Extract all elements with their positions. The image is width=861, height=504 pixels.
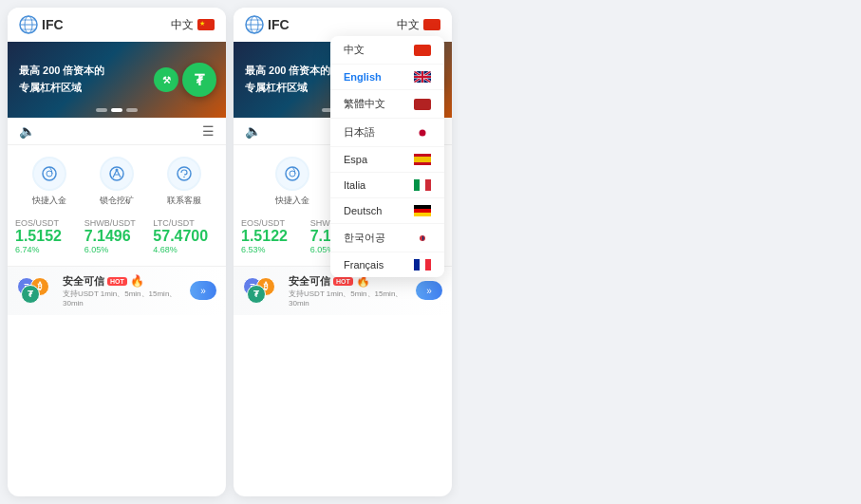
svg-point-6 [47,171,52,177]
left-flame-icon: 🔥 [130,274,144,288]
left-lang-button[interactable]: 中文 [171,17,215,33]
svg-rect-43 [420,259,425,271]
right-bottom-sub: 支持USDT 1min、5min、15min、30min [289,289,410,308]
right-logo-text: IFC [268,17,290,32]
left-hot-badge: HOT [107,277,127,286]
left-crypto-icons: Ξ ₿ ₮ [17,277,57,304]
svg-point-10 [184,177,186,178]
svg-point-17 [290,171,295,177]
lang-option-jp[interactable]: 日本語 [330,119,444,147]
flag-it [414,179,431,191]
left-logo-text: IFC [42,17,64,32]
left-deposit-icon-wrap [32,157,66,191]
right-volume-icon[interactable]: 🔈 [245,123,261,139]
svg-point-9 [178,167,191,180]
dot-2 [111,108,122,112]
lang-option-de[interactable]: Deutsch [330,198,444,224]
left-deposit-label: 快捷入金 [32,195,66,207]
left-lang-label: 中文 [171,17,194,33]
svg-rect-42 [414,259,420,271]
globe-icon [19,15,38,34]
left-action-support[interactable]: 联系客服 [167,157,201,207]
language-dropdown[interactable]: 中文 English 繁體中文 [330,36,444,277]
right-lang-flag [423,19,440,30]
svg-point-5 [43,167,56,180]
left-ticker-shwb: SHWB/USDT 7.1496 6.05% [84,218,150,254]
flag-kr [414,233,431,244]
left-menu-icon[interactable]: ☰ [202,123,215,139]
flag-hk [414,99,431,110]
dot-3 [126,108,138,112]
left-bottom-title: 安全可信 HOT 🔥 [63,274,184,289]
left-ticker-grid: EOS/USDT 1.5152 6.74% SHWB/USDT 7.1496 6… [15,218,218,258]
left-volume-icon[interactable]: 🔈 [19,123,35,139]
left-phone-panel: IFC 中文 最高 200 倍资本的 专属杠杆区域 ⚒ ₮ 🔈 ☰ [8,8,226,496]
left-banner-text: 最高 200 倍资本的 专属杠杆区域 [19,63,104,96]
left-support-icon-wrap [167,157,201,191]
right-lang-label: 中文 [397,17,420,33]
left-bottom-sub: 支持USDT 1min、5min、15min、30min [63,289,184,308]
right-crypto-icons: Ξ ₿ ₮ [243,277,283,304]
lang-option-tw[interactable]: 繁體中文 [330,90,444,119]
svg-rect-28 [414,76,431,78]
right-deposit-icon [284,165,301,182]
lang-option-en[interactable]: English [330,65,444,90]
lang-option-kr[interactable]: 한국어공 [330,224,444,252]
right-ticker-eos: EOS/USDT 1.5122 6.53% [241,218,307,254]
left-banner-dots [96,108,138,112]
left-coin-tether: ₮ [182,63,216,97]
left-mining-icon-wrap [100,157,134,191]
svg-rect-34 [414,179,420,191]
mining-icon [108,165,125,182]
right-bottom-text: 安全可信 HOT 🔥 支持USDT 1min、5min、15min、30min [289,274,410,308]
right-deposit-label: 快捷入金 [275,195,309,207]
left-header: IFC 中文 [8,8,226,42]
left-banner-coins: ⚒ ₮ [154,63,216,97]
left-controls-bar: 🔈 ☰ [8,118,226,145]
left-quick-actions: 快捷入金 锁仓挖矿 联系客服 [8,145,226,218]
left-banner: 最高 200 倍资本的 专属杠杆区域 ⚒ ₮ [8,42,226,118]
svg-rect-35 [420,179,425,191]
right-action-deposit[interactable]: 快捷入金 [275,157,309,207]
left-mining-label: 锁仓挖矿 [100,195,134,207]
svg-rect-39 [414,213,431,216]
lang-option-fr[interactable]: Français [330,252,444,277]
lang-option-zh[interactable]: 中文 [330,36,444,65]
right-usdt-icon: ₮ [247,285,266,304]
right-lang-button[interactable]: 中文 [397,17,440,33]
svg-point-30 [420,129,426,136]
left-lang-flag [197,19,215,30]
dot-1 [96,108,107,112]
left-logo: IFC [19,15,64,34]
right-logo: IFC [245,15,290,34]
flag-cn [414,45,431,56]
svg-rect-37 [414,205,431,209]
left-ticker-eos: EOS/USDT 1.5152 6.74% [15,218,81,254]
support-icon [176,165,193,182]
left-action-mining[interactable]: 锁仓挖矿 [100,157,134,207]
left-bottom-text: 安全可信 HOT 🔥 支持USDT 1min、5min、15min、30min [63,274,184,308]
left-coin-hammer: ⚒ [154,67,178,92]
left-ticker-ltc: LTC/USDT 57.4700 4.68% [153,218,218,254]
lang-option-it[interactable]: Italia [330,173,444,198]
left-ticker-section: EOS/USDT 1.5152 6.74% SHWB/USDT 7.1496 6… [8,218,226,266]
svg-point-8 [115,169,118,172]
right-arrow-button[interactable]: » [416,281,442,300]
usdt-icon: ₮ [21,285,40,304]
flag-de [414,205,431,216]
right-hot-badge: HOT [333,277,353,286]
deposit-icon [41,165,58,182]
left-bottom-banner: Ξ ₿ ₮ 安全可信 HOT 🔥 支持USDT 1min、5min、15min、… [8,266,226,315]
flag-es [414,154,431,165]
globe-icon-right [245,15,264,34]
svg-rect-32 [414,157,431,162]
right-phone-panel: IFC 中文 最高 200 倍资本的 专属杠杆区域 ⚒ ₮ 🔈 ☰ [234,8,452,496]
left-arrow-button[interactable]: » [190,281,216,300]
flag-fr [414,259,431,271]
flag-uk [414,71,431,83]
left-action-deposit[interactable]: 快捷入金 [32,157,66,207]
right-banner-text: 最高 200 倍资本的 专属杠杆区域 [245,63,330,96]
svg-rect-36 [425,179,431,191]
svg-rect-31 [414,154,431,157]
lang-option-es[interactable]: Espa [330,147,444,173]
